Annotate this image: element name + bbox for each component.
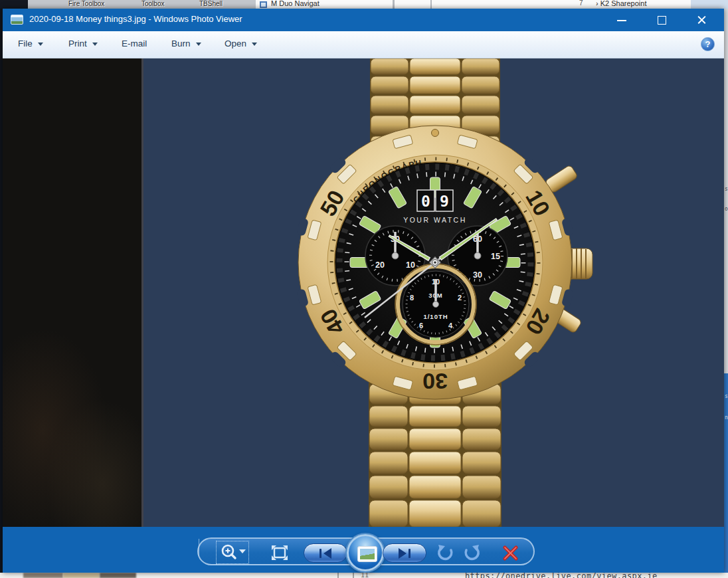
- desktop-background-right: s o s n: [724, 9, 728, 573]
- photo-display-area: 10 20 30 40 50 60 05 10 15 20 25 30: [3, 58, 724, 527]
- photo-viewer-app-icon: [11, 15, 23, 25]
- question-mark-icon: ?: [705, 39, 711, 49]
- svg-text:4: 4: [448, 322, 453, 330]
- svg-text:6: 6: [419, 322, 423, 330]
- background-window-label: TBShell: [199, 0, 223, 7]
- titlebar[interactable]: 2020-09-18 Money things3.jpg - Windows P…: [3, 9, 724, 31]
- background-window-label: Toolbox: [141, 0, 164, 7]
- menu-file-label: File: [18, 39, 33, 48]
- play-slideshow-button[interactable]: [347, 534, 384, 571]
- desktop-background-top: Fire Toolbox Toolbox TBShell M Duo Navig…: [0, 0, 728, 9]
- background-blur: [100, 573, 136, 578]
- next-button[interactable]: [383, 543, 426, 563]
- svg-text:9: 9: [440, 193, 449, 210]
- background-tree-fragment: 7: [579, 0, 583, 7]
- delete-button[interactable]: [501, 544, 519, 565]
- menu-bar: File Print E-mail Burn Open ?: [3, 31, 724, 58]
- watch-brand-text: YOUR WATCH: [403, 216, 467, 224]
- previous-icon: [323, 548, 331, 559]
- maximize-button[interactable]: [647, 9, 676, 31]
- previous-button[interactable]: [304, 543, 347, 563]
- window-title: 2020-09-18 Money things3.jpg - Windows P…: [29, 14, 242, 24]
- zoom-button[interactable]: [216, 541, 249, 564]
- chevron-down-icon: [92, 43, 98, 46]
- bezel-top-dot: [432, 130, 439, 137]
- svg-text:30: 30: [473, 270, 482, 280]
- background-url-fragment: https://onedrive.live.com/view.aspx.ie: [465, 573, 658, 578]
- watch-dial: 0 9 YOUR WATCH 30 10 20: [335, 163, 535, 362]
- background-selection-strip: s n: [724, 373, 728, 573]
- fit-to-window-button[interactable]: [270, 544, 289, 564]
- next-icon: [409, 549, 411, 558]
- edge-text-fragment: s: [725, 393, 728, 399]
- svg-text:20: 20: [375, 260, 385, 270]
- viewer-toolbar: [3, 527, 724, 573]
- menu-email-label: E-mail: [122, 39, 147, 48]
- edge-text-fragment: s: [725, 186, 728, 192]
- help-button[interactable]: ?: [701, 37, 715, 51]
- close-button[interactable]: [687, 9, 716, 31]
- previous-icon: [319, 549, 322, 558]
- minimize-button[interactable]: [607, 9, 636, 31]
- menu-open[interactable]: Open: [225, 39, 257, 48]
- toolbar-divider: [199, 539, 199, 556]
- background-app-icon: [260, 1, 267, 8]
- edge-text-fragment: n: [725, 415, 728, 421]
- background-blur: [23, 573, 63, 578]
- svg-text:8: 8: [410, 294, 414, 302]
- menu-email[interactable]: E-mail: [122, 39, 147, 48]
- chevron-down-icon: [239, 549, 246, 553]
- slideshow-picture-icon: [357, 546, 377, 562]
- background-divider: [353, 573, 354, 578]
- edge-text-fragment: o: [725, 206, 728, 212]
- rotate-clockwise-button[interactable]: [463, 544, 481, 565]
- chevron-down-icon: [196, 43, 201, 46]
- toolbar-pill: [197, 537, 535, 565]
- background-window-label: Fire Toolbox: [68, 0, 104, 7]
- chevron-down-icon: [252, 43, 257, 46]
- background-divider: [393, 0, 395, 9]
- background-divider: [430, 0, 432, 9]
- chevron-down-icon: [38, 43, 43, 46]
- menu-print[interactable]: Print: [68, 39, 98, 48]
- background-text-fragment: M Duo Navigat: [271, 0, 319, 7]
- svg-text:0: 0: [421, 193, 430, 210]
- menu-burn[interactable]: Burn: [171, 39, 201, 48]
- svg-text:15: 15: [491, 252, 500, 261]
- background-line-number: 11: [361, 573, 369, 578]
- desktop-background-bottom: 11 https://onedrive.live.com/view.aspx.i…: [0, 573, 728, 578]
- rotate-clockwise-icon: [463, 544, 481, 562]
- svg-text:10: 10: [406, 260, 415, 270]
- fit-to-window-icon: [270, 544, 289, 561]
- menu-open-label: Open: [225, 39, 246, 48]
- background-divider: [337, 573, 339, 578]
- watch-bracelet-bottom: [369, 383, 501, 527]
- svg-text:2: 2: [458, 294, 462, 302]
- delete-x-icon: [501, 544, 519, 562]
- next-icon: [399, 548, 407, 559]
- watch-photo: 10 20 30 40 50 60 05 10 15 20 25 30: [143, 58, 723, 527]
- magnifier-plus-icon: [217, 541, 248, 563]
- menu-file[interactable]: File: [18, 39, 43, 48]
- background-breadcrumb-fragment: › K2 Sharepoint: [596, 0, 646, 7]
- rotate-counterclockwise-icon: [436, 544, 454, 562]
- subdial-bottom: 10 2 4 6 8 30M 1/10TH: [395, 264, 476, 345]
- menu-print-label: Print: [68, 39, 87, 48]
- svg-text:30: 30: [422, 369, 448, 394]
- photo-viewer-window: 2020-09-18 Money things3.jpg - Windows P…: [3, 9, 724, 573]
- subdial-right: 60 15 30: [448, 226, 507, 286]
- rotate-counterclockwise-button[interactable]: [436, 544, 454, 565]
- photo-dark-region: [3, 58, 143, 527]
- menu-burn-label: Burn: [171, 39, 191, 48]
- background-blur: [63, 573, 100, 578]
- svg-text:1/10TH: 1/10TH: [423, 313, 448, 320]
